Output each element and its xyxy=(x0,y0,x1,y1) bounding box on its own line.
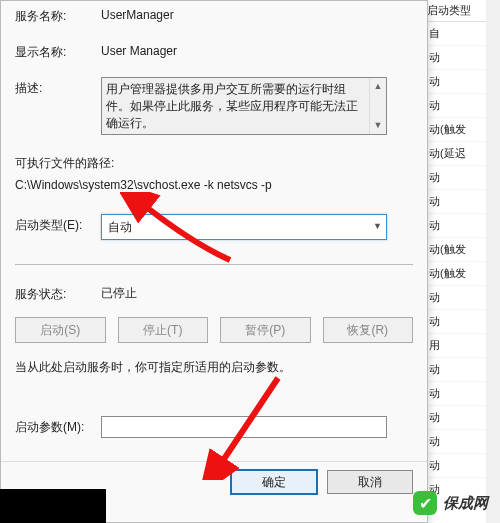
divider xyxy=(15,264,413,265)
watermark-text: 保成网 xyxy=(443,494,488,513)
start-params-tip: 当从此处启动服务时，你可指定所适用的启动参数。 xyxy=(15,359,413,376)
ok-button[interactable]: 确定 xyxy=(231,470,317,494)
startup-type-selected-value: 自动 xyxy=(108,219,132,236)
service-name-value: UserManager xyxy=(101,5,174,22)
scroll-down-icon[interactable]: ▼ xyxy=(370,117,386,134)
display-name-value: User Manager xyxy=(101,41,177,58)
shield-check-icon: ✔ xyxy=(413,491,437,515)
service-state-value: 已停止 xyxy=(101,285,137,302)
exe-path-label: 可执行文件的路径: xyxy=(15,155,413,172)
description-textarea[interactable]: 用户管理器提供多用户交互所需要的运行时组件。如果停止此服务，某些应用程序可能无法… xyxy=(101,77,387,135)
description-text: 用户管理器提供多用户交互所需要的运行时组件。如果停止此服务，某些应用程序可能无法… xyxy=(106,81,382,131)
start-params-input[interactable] xyxy=(101,416,387,438)
pause-button[interactable]: 暂停(P) xyxy=(220,317,311,343)
description-label: 描述: xyxy=(15,77,101,97)
bottom-black-bar xyxy=(0,489,106,523)
start-button[interactable]: 启动(S) xyxy=(15,317,106,343)
service-state-label: 服务状态: xyxy=(15,283,101,303)
dialog-bottom-divider xyxy=(1,461,427,462)
cancel-button[interactable]: 取消 xyxy=(327,470,413,494)
service-properties-dialog: 服务名称: UserManager 显示名称: User Manager 描述:… xyxy=(0,0,428,523)
scroll-up-icon[interactable]: ▲ xyxy=(370,78,386,95)
desc-scrollbar[interactable]: ▲ ▼ xyxy=(369,78,386,134)
exe-path-value: C:\Windows\system32\svchost.exe -k netsv… xyxy=(15,176,413,192)
background-services-list: 启动类型 自动动动动(触发动(延迟动动动动(触发动(触发动动用动动动动动动 xyxy=(422,0,500,523)
display-name-label: 显示名称: xyxy=(15,41,101,61)
start-params-label: 启动参数(M): xyxy=(15,416,101,436)
startup-type-label: 启动类型(E): xyxy=(15,214,101,234)
resume-button[interactable]: 恢复(R) xyxy=(323,317,414,343)
service-name-label: 服务名称: xyxy=(15,5,101,25)
startup-type-dropdown[interactable]: 自动 ▼ xyxy=(101,214,387,240)
chevron-down-icon: ▼ xyxy=(373,221,382,231)
stop-button[interactable]: 停止(T) xyxy=(118,317,209,343)
watermark-logo: ✔ 保成网 xyxy=(413,491,488,515)
list-scrollbar[interactable] xyxy=(486,0,500,523)
